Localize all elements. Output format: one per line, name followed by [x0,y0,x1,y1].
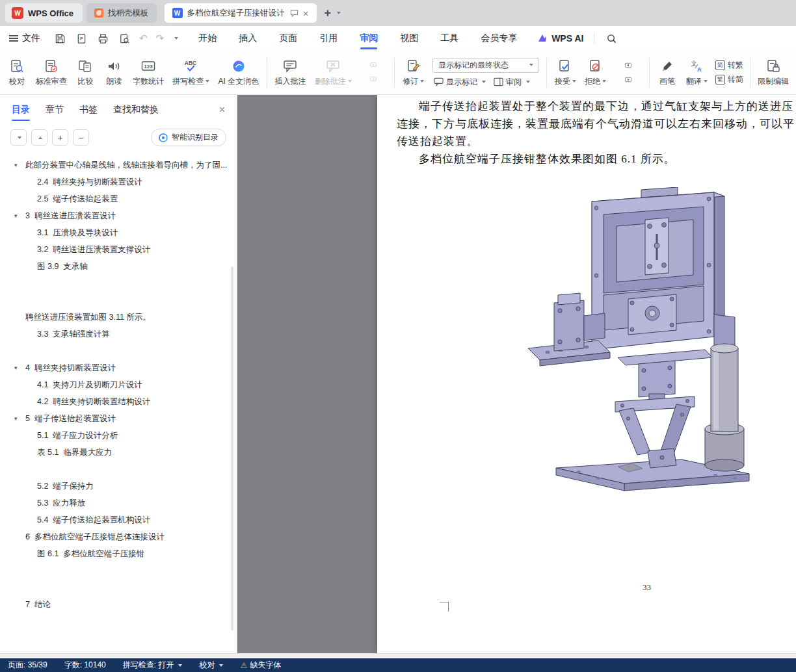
ribbon-separator [394,58,395,88]
next-change-icon[interactable] [614,74,643,85]
print-icon[interactable] [96,32,109,45]
zoom-in-button[interactable]: + [52,129,68,146]
word-count-icon: 123 [140,58,156,74]
menu-item-member[interactable]: 会员专享 [470,26,528,51]
tab-find-replace[interactable]: 查找和替换 [113,95,159,125]
standard-review-button[interactable]: 标准审查 [31,56,71,90]
status-proofread[interactable]: 校对 [199,660,223,671]
accept-button[interactable]: 接受 [550,56,581,90]
proofread-button[interactable]: 校对 [3,56,31,90]
tab-toc[interactable]: 目录 [12,95,30,125]
tab-chapters[interactable]: 章节 [46,95,64,125]
restrict-edit-label: 限制编辑 [758,76,789,87]
close-tab-icon[interactable]: × [303,8,309,18]
horizontal-scrollbar[interactable] [0,653,796,658]
display-state-select[interactable]: 显示标记的最终状态 [432,58,539,73]
toc-item[interactable]: ▾此部分装置中心轴是线轴，线轴连接着导向槽，为了固... [0,157,237,174]
traditional-to-simplified-button[interactable]: 繁 转简 [715,74,743,85]
toc-item[interactable]: 6 多档位航空端子压接钳总体连接设计 [0,528,237,545]
pen-label: 画笔 [659,76,675,87]
reject-button[interactable]: 拒绝 [581,56,611,90]
review-pane-button[interactable]: 审阅 [494,77,530,88]
document-canvas[interactable]: 端子传送抬起装置处于整个装置的最下边，通过气缸支架与上方的送进压 连接，下方与底… [237,95,796,653]
triangle-down-icon[interactable]: ▾ [14,157,18,174]
revise-label: 修订 [403,76,418,87]
toc-item[interactable]: 4.1 夹持刀片及切断刀片设计 [0,376,237,393]
pen-button[interactable]: 画笔 [653,56,682,90]
document-page[interactable]: 端子传送抬起装置处于整个装置的最下边，通过气缸支架与上方的送进压 连接，下方与底… [377,95,796,653]
toc-item[interactable]: ▾3 聘丝送进压溃装置设计 [0,207,237,224]
menu-item-reference[interactable]: 引用 [308,26,349,51]
revise-button[interactable]: 修订 [398,56,429,90]
ai-polish-button[interactable]: AI 全文润色 [214,56,263,90]
menu-item-tools[interactable]: 工具 [429,26,470,51]
file-menu-button[interactable]: 文件 [9,32,40,44]
toc-item[interactable]: 3.3 支承轴强度计算 [0,326,237,342]
simplified-to-traditional-button[interactable]: 简 转繁 [715,60,743,71]
status-missing-font[interactable]: ⚠ 缺失字体 [240,660,281,671]
toc-item[interactable]: 5.1 端子应力设计分析 [0,427,237,444]
toc-item[interactable]: 4.2 聘丝夹持切断装置结构设计 [0,393,237,410]
undo-icon[interactable]: ↶ [139,32,148,44]
smart-toc-button[interactable]: 智能识别目录 [151,129,226,146]
display-state-value: 显示标记的最终状态 [438,60,509,71]
toc-item[interactable]: 3.1 压溃块及导块设计 [0,224,237,241]
show-marks-button[interactable]: 显示标记 [434,77,486,88]
toc-item[interactable]: 7 结论 [0,596,237,613]
read-aloud-button[interactable]: 朗读 [100,56,128,90]
save-icon[interactable] [53,32,66,45]
wps-office-tab[interactable]: W WPS Office [5,3,83,23]
export-pdf-icon[interactable]: P [75,32,88,45]
ai-polish-label: AI 全文润色 [219,76,259,87]
triangle-down-icon[interactable]: ▾ [14,359,18,376]
search-icon[interactable] [605,32,618,45]
previous-change-icon[interactable] [614,60,643,71]
toc-item[interactable]: 2.4 聘丝夹持与切断装置设计 [0,174,237,190]
toc-item[interactable]: ▾4 聘丝夹持切断装置设计 [0,359,237,376]
toc-item[interactable]: 聘丝送进压溃装置如图 3.11 所示。 [0,309,237,326]
triangle-down-icon[interactable]: ▾ [14,207,18,224]
menu-item-view[interactable]: 视图 [389,26,429,51]
zoom-out-button[interactable]: − [73,129,89,146]
status-word-count[interactable]: 字数: 10140 [64,660,106,671]
insert-comment-button[interactable]: 插入批注 [271,56,310,90]
expand-all-button[interactable] [10,129,27,146]
status-page-info[interactable]: 页面: 35/39 [8,660,47,671]
translate-button[interactable]: 文A 翻译 [682,56,712,90]
spell-check-button[interactable]: ABC 拼写检查 [168,56,214,90]
smart-toc-icon [159,133,168,142]
toc-item[interactable]: 5.4 端子传送抬起装置机构设计 [0,511,237,528]
toc-item[interactable]: ▾5 端子传送抬起装置设计 [0,410,237,427]
compare-button[interactable]: 比较 [71,56,100,90]
word-count-button[interactable]: 123 字数统计 [128,56,168,90]
toc-item[interactable]: 5.3 应力释放 [0,495,237,511]
collapse-all-button[interactable] [31,129,47,146]
restrict-edit-button[interactable]: 限制编辑 [754,56,793,90]
toc-item[interactable]: 图 3.9 支承轴 [0,258,237,275]
status-spell-check[interactable]: 拼写检查: 打开 [123,660,183,671]
close-sidebar-icon[interactable]: × [219,104,225,116]
redo-icon[interactable]: ↷ [156,32,165,44]
toc-item[interactable]: 图 6.1 多档位航空端子压接钳 [0,545,237,562]
undo-menu-chevron-icon[interactable] [174,37,178,40]
tab-list-chevron-icon[interactable] [337,12,341,14]
toc-item[interactable]: 2.5 端子传送抬起装置 [0,190,237,207]
toc-item[interactable]: 3.2 聘丝送进压溃装置支撑设计 [0,241,237,258]
menu-item-home[interactable]: 开始 [187,26,228,51]
wps-logo-icon: W [12,7,23,19]
document-tab[interactable]: W 多档位航空端子压接钳设计 × [165,3,317,23]
menu-item-page[interactable]: 页面 [268,26,308,51]
menu-item-review[interactable]: 审阅 [349,26,389,51]
new-tab-icon[interactable]: + [325,6,332,20]
wps-ai-button[interactable]: WPS AI [537,33,583,44]
svg-text:ABC: ABC [185,60,196,66]
print-preview-icon[interactable] [118,32,131,45]
menu-item-insert[interactable]: 插入 [228,26,268,51]
tab-bookmarks[interactable]: 书签 [79,95,98,125]
docer-template-tab[interactable]: 找稻壳模板 [86,3,157,23]
chevron-down-icon [219,664,223,667]
toc-item[interactable]: 表 5.1 临界最大应力 [0,444,237,461]
toc-item[interactable]: 5.2 端子保持力 [0,478,237,495]
triangle-down-icon[interactable]: ▾ [14,410,18,427]
sidebar-scrollbar[interactable] [231,266,233,630]
